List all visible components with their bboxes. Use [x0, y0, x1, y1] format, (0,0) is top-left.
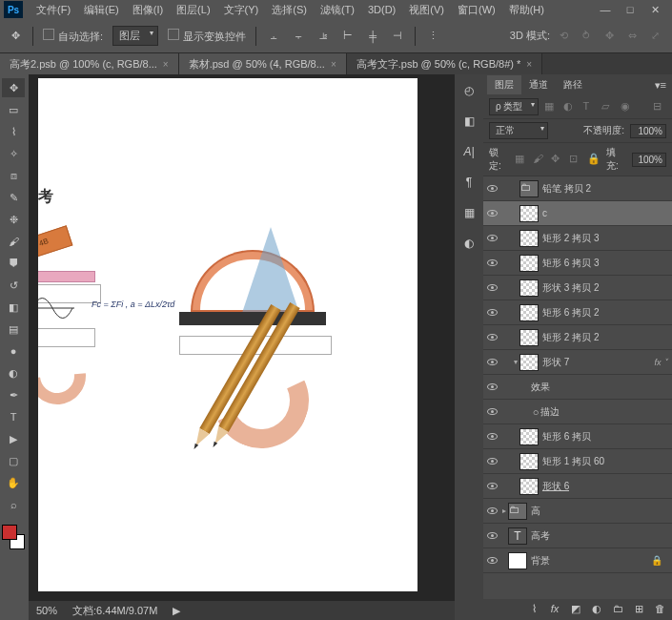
menu-layer[interactable]: 图层(L) [171, 1, 215, 19]
adjustment-layer-icon[interactable]: ◐ [590, 603, 603, 616]
expand-arrow-icon[interactable]: ▸ [500, 506, 508, 515]
brushes-panel-icon[interactable]: ◐ [460, 235, 478, 252]
visibility-toggle[interactable] [483, 350, 500, 375]
shape-tool[interactable]: ▢ [2, 451, 25, 470]
layer-name[interactable]: 矩形 6 拷贝 [542, 430, 591, 444]
visibility-toggle[interactable] [483, 325, 500, 350]
tab-channels[interactable]: 通道 [521, 75, 556, 94]
swatches-panel-icon[interactable]: ▦ [460, 204, 478, 221]
foreground-color[interactable] [2, 525, 17, 540]
visibility-toggle[interactable] [483, 524, 500, 548]
tab-gaokao2[interactable]: 高考2.psb @ 100% (c, RGB/8...× [0, 53, 179, 74]
layer-name[interactable]: 效果 [531, 381, 550, 394]
visibility-toggle[interactable] [483, 474, 500, 499]
orbit-icon[interactable]: ⟲ [560, 30, 573, 43]
type-tool[interactable]: T [2, 407, 25, 426]
layer-name[interactable]: 描边 [540, 405, 560, 419]
layer-row[interactable]: 矩形 6 拷贝 [483, 424, 672, 449]
layer-row[interactable]: T高考 [483, 524, 672, 548]
align-right-icon[interactable]: ⊣ [390, 29, 405, 44]
align-top-icon[interactable]: ⫠ [266, 29, 281, 44]
menu-edit[interactable]: 编辑(E) [78, 1, 125, 19]
fill-input[interactable]: 100% [632, 153, 666, 167]
tab-paths[interactable]: 路径 [556, 75, 590, 94]
menu-help[interactable]: 帮助(H) [503, 1, 550, 19]
magic-wand-tool[interactable]: ✧ [2, 144, 25, 163]
crop-tool[interactable]: ⧈ [2, 166, 25, 185]
layers-list[interactable]: 🗀铅笔 拷贝 2c矩形 2 拷贝 3矩形 6 拷贝 3形状 3 拷贝 2矩形 6… [483, 176, 672, 599]
filter-pixel-icon[interactable]: ▦ [544, 100, 558, 114]
visibility-toggle[interactable] [483, 424, 500, 449]
pen-tool[interactable]: ✒ [2, 385, 25, 404]
layer-name[interactable]: 矩形 6 拷贝 3 [542, 257, 599, 270]
status-arrow-icon[interactable]: ▶ [173, 605, 180, 617]
close-icon[interactable]: × [526, 59, 532, 70]
history-brush-tool[interactable]: ↺ [2, 276, 25, 295]
auto-select-dropdown[interactable]: 图层 [112, 26, 158, 46]
link-layers-icon[interactable]: ⌇ [527, 603, 540, 616]
brush-tool[interactable]: 🖌 [2, 232, 25, 251]
layer-name[interactable]: c [542, 208, 547, 218]
menu-select[interactable]: 选择(S) [266, 1, 313, 19]
layer-row[interactable]: ▸🗀高 [483, 499, 672, 524]
scale-icon[interactable]: ⤢ [651, 30, 664, 43]
lock-position-icon[interactable]: ✥ [551, 153, 563, 166]
opacity-input[interactable]: 100% [630, 124, 666, 138]
lasso-tool[interactable]: ⌇ [2, 122, 25, 141]
maximize-button[interactable]: □ [624, 4, 636, 16]
layer-name[interactable]: 形状 3 拷贝 2 [542, 281, 599, 295]
align-left-icon[interactable]: ⊢ [340, 29, 356, 44]
layer-name[interactable]: 高 [531, 505, 540, 518]
close-button[interactable]: ✕ [649, 4, 661, 16]
layer-row[interactable]: 形状 3 拷贝 2 [483, 276, 672, 300]
filter-shape-icon[interactable]: ▱ [601, 100, 615, 114]
blend-mode-dropdown[interactable]: 正常 [489, 122, 548, 139]
layer-name[interactable]: 高考 [531, 529, 550, 543]
filter-adjust-icon[interactable]: ◐ [563, 100, 577, 114]
eyedropper-tool[interactable]: ✎ [2, 188, 25, 207]
color-panel-icon[interactable]: ◧ [460, 113, 478, 130]
menu-view[interactable]: 视图(V) [403, 1, 450, 19]
filter-toggle-icon[interactable]: ⊟ [653, 100, 666, 114]
align-hcenter-icon[interactable]: ╪ [365, 29, 380, 44]
layer-name[interactable]: 矩形 2 拷贝 3 [542, 232, 599, 245]
tab-layers[interactable]: 图层 [487, 75, 521, 94]
panel-menu-icon[interactable]: ▾≡ [649, 79, 672, 92]
dodge-tool[interactable]: ◐ [2, 363, 25, 382]
close-icon[interactable]: × [163, 59, 169, 70]
align-bottom-icon[interactable]: ⫡ [316, 29, 331, 44]
zoom-tool[interactable]: ⌕ [2, 495, 25, 514]
layer-row[interactable]: 矩形 6 拷贝 3 [483, 251, 672, 276]
expand-arrow-icon[interactable]: ▾ [512, 358, 519, 366]
layer-row[interactable]: ○描边 [483, 400, 672, 424]
show-transform-toggle[interactable]: 显示变换控件 [168, 29, 246, 44]
layer-row[interactable]: 背景🔒 [483, 548, 672, 573]
move-tool[interactable]: ✥ [2, 78, 25, 97]
tab-sucai[interactable]: 素材.psd @ 50% (4, RGB/8...× [179, 53, 347, 74]
align-vcenter-icon[interactable]: ⫟ [291, 29, 306, 44]
layer-name[interactable]: 矩形 1 拷贝 60 [542, 455, 604, 468]
visibility-toggle[interactable] [483, 375, 500, 400]
layer-mask-icon[interactable]: ◩ [569, 603, 582, 616]
layer-row[interactable]: 形状 6 [483, 474, 672, 499]
visibility-toggle[interactable] [483, 300, 500, 325]
filter-smart-icon[interactable]: ◉ [621, 100, 634, 114]
lock-all-icon[interactable]: 🔒 [587, 153, 601, 166]
visibility-toggle[interactable] [483, 251, 500, 276]
blur-tool[interactable]: ● [2, 341, 25, 361]
paragraph-panel-icon[interactable]: ¶ [460, 174, 478, 191]
menu-3d[interactable]: 3D(D) [362, 2, 401, 17]
menu-file[interactable]: 文件(F) [31, 1, 76, 19]
slide-icon[interactable]: ⇔ [628, 30, 641, 43]
delete-layer-icon[interactable]: 🗑 [653, 603, 666, 616]
zoom-level[interactable]: 50% [36, 605, 57, 616]
marquee-tool[interactable]: ▭ [2, 100, 25, 119]
layer-name[interactable]: 矩形 2 拷贝 2 [542, 331, 599, 344]
healing-tool[interactable]: ❉ [2, 210, 25, 229]
lock-artboard-icon[interactable]: ⊡ [569, 153, 581, 166]
layer-name[interactable]: 背景 [531, 554, 550, 568]
pan-icon[interactable]: ✥ [605, 30, 619, 43]
stamp-tool[interactable]: ⛊ [2, 254, 25, 273]
visibility-toggle[interactable] [483, 176, 500, 201]
new-group-icon[interactable]: 🗀 [611, 603, 624, 616]
